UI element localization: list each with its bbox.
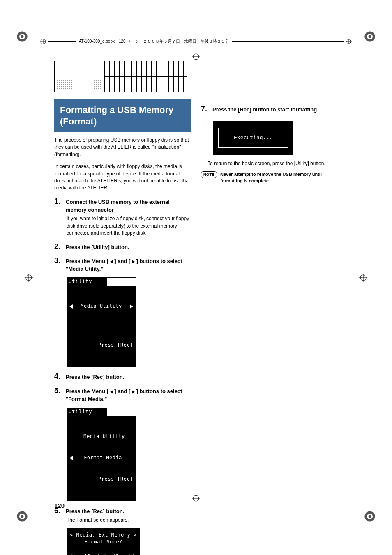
lcd-screen: < Media: Ext Memory > Format Sure? Yes:[… <box>67 528 140 555</box>
note-row: NOTE Never attempt to remove the USB mem… <box>201 171 338 184</box>
header-text: AT-100-300_e.book 120 ページ ２００８年５月７日 水曜日 … <box>79 39 230 44</box>
intro-paragraph: In certain cases, particularly with flop… <box>54 163 191 192</box>
lcd-screen: Utility Media Utility Format Media Press… <box>67 408 136 501</box>
lcd-line: Media Utility <box>81 303 122 310</box>
page-number: 120 <box>54 502 65 509</box>
print-mark-icon <box>16 511 28 522</box>
intro-paragraph: The process of preparing USB memory or f… <box>54 137 191 158</box>
lcd-line: Format Sure? <box>84 539 122 545</box>
step-title: Press the [Rec] button. <box>66 373 191 381</box>
step-number: 4. <box>54 373 62 381</box>
lcd-screen: Utility Media Utility Press [Rec] <box>67 277 136 367</box>
step-1: 1. Connect the USB memory to the externa… <box>54 198 191 214</box>
content-area: Formatting a USB Memory (Format) The pro… <box>54 99 338 497</box>
svg-point-8 <box>21 515 24 518</box>
book-icon <box>40 39 46 44</box>
right-arrow-icon <box>132 390 135 394</box>
step-7: 7. Press the [Rec] button to start forma… <box>201 105 338 114</box>
step-number: 1. <box>54 198 62 214</box>
step-6: 6. Press the [Rec] button. <box>54 507 191 516</box>
print-mark-icon <box>364 511 376 522</box>
left-arrow-icon <box>110 390 113 394</box>
left-column: Formatting a USB Memory (Format) The pro… <box>54 99 191 497</box>
right-arrow-icon <box>132 260 135 263</box>
keyboard-diagram <box>54 61 187 92</box>
header-row: AT-100-300_e.book 120 ページ ２００８年５月７日 水曜日 … <box>40 39 352 44</box>
step-number: 7. <box>201 105 209 114</box>
section-heading: Formatting a USB Memory (Format) <box>54 99 191 132</box>
step-title: Press the [Utility] button. <box>66 243 191 251</box>
lcd-title: Utility <box>67 278 107 286</box>
lcd-line: Media Utility <box>78 433 125 440</box>
step-number: 2. <box>54 243 62 251</box>
right-arrow-icon <box>130 304 133 309</box>
lcd-screen: Executing... <box>213 121 293 154</box>
left-arrow-icon <box>69 304 73 309</box>
right-column: 7. Press the [Rec] button to start forma… <box>201 99 338 497</box>
note-label: NOTE <box>201 171 217 178</box>
lcd-line: Press [Rec] <box>69 476 133 483</box>
step-body: If you want to initialize a floppy disk,… <box>67 215 191 237</box>
step-2: 2. Press the [Utility] button. <box>54 243 191 251</box>
left-arrow-icon <box>69 456 73 460</box>
print-mark-icon <box>16 31 28 42</box>
step-3: 3. Press the Menu [ ] and [ ] buttons to… <box>54 257 191 273</box>
step-5: 5. Press the Menu [ ] and [ ] buttons to… <box>54 387 191 403</box>
step-body: The Format screen appears. <box>67 517 191 524</box>
step-title: Press the [Rec] button. <box>66 507 191 516</box>
print-mark-icon <box>364 31 376 42</box>
step-number: 5. <box>54 387 62 403</box>
svg-point-11 <box>369 515 371 518</box>
svg-point-2 <box>21 35 24 38</box>
lcd-line: Executing... <box>218 128 288 148</box>
lcd-line: Yes:[Rec] No:[Reset] <box>71 553 135 555</box>
lcd-title: Utility <box>67 408 107 416</box>
crosshair-icon <box>359 274 367 282</box>
return-note: To return to the basic screen, press the… <box>208 160 338 167</box>
lcd-line: Press [Rec] <box>69 342 133 349</box>
step-title: Press the Menu [ ] and [ ] buttons to se… <box>66 257 191 273</box>
crosshair-icon <box>25 274 33 282</box>
note-text: Never attempt to remove the USB memory u… <box>220 171 338 184</box>
lcd-line: Format Media <box>84 454 122 461</box>
step-title: Press the [Rec] button to start formatti… <box>212 105 338 114</box>
svg-point-5 <box>369 35 371 38</box>
step-title: Press the Menu [ ] and [ ] buttons to se… <box>66 387 191 403</box>
left-arrow-icon <box>110 260 113 263</box>
step-title: Connect the USB memory to the external m… <box>66 198 191 214</box>
lcd-line: < Media: Ext Memory > <box>70 532 136 538</box>
step-4: 4. Press the [Rec] button. <box>54 373 191 381</box>
step-number: 3. <box>54 257 62 273</box>
crosshair-icon <box>346 39 352 44</box>
